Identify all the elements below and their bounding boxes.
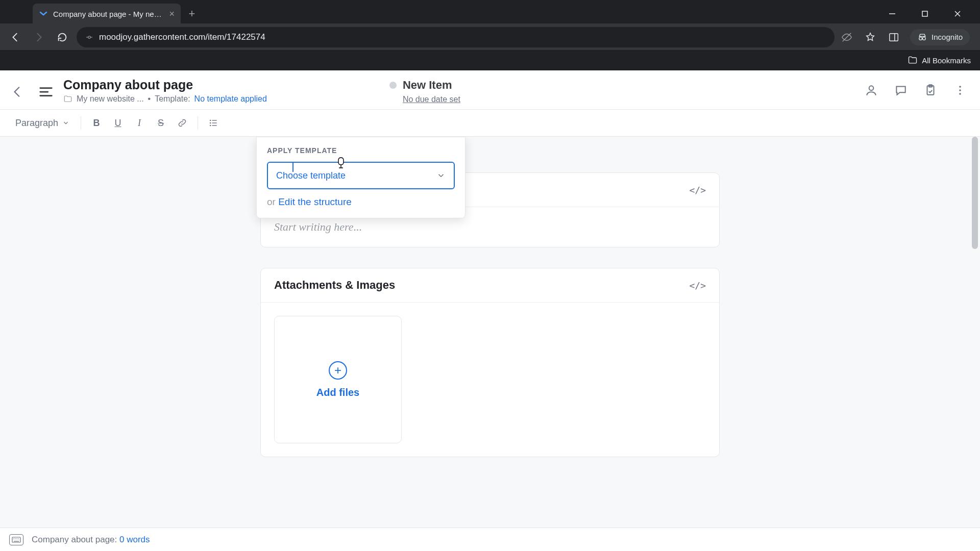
code-icon[interactable]: </> xyxy=(689,185,706,195)
statusbar-page-label: Company about page: xyxy=(32,535,117,544)
edit-structure-link[interactable]: Edit the structure xyxy=(278,196,352,207)
incognito-label: Incognito xyxy=(932,33,963,41)
due-date-link[interactable]: No due date set xyxy=(403,95,460,104)
assignees-button[interactable] xyxy=(864,83,879,98)
status-label: New Item xyxy=(403,79,452,92)
side-panel-icon[interactable] xyxy=(887,30,901,44)
window-minimize-button[interactable] xyxy=(882,6,902,22)
plus-circle-icon: + xyxy=(329,361,347,380)
bullet-list-button[interactable] xyxy=(204,114,223,132)
browser-tab[interactable]: Company about page - My new ... × xyxy=(33,4,181,24)
svg-point-20 xyxy=(959,93,961,95)
paragraph-style-dropdown[interactable]: Paragraph xyxy=(10,116,75,131)
site-info-icon[interactable] xyxy=(85,33,94,42)
template-label: Template: xyxy=(155,94,190,104)
scrollbar[interactable] xyxy=(972,137,979,528)
tab-close-icon[interactable]: × xyxy=(169,9,175,19)
bookmark-star-icon[interactable] xyxy=(863,30,877,44)
status-dot-icon xyxy=(389,82,397,89)
nav-forward-button[interactable] xyxy=(30,28,48,46)
or-text: or xyxy=(267,196,276,207)
svg-point-11 xyxy=(923,37,926,40)
attachments-card: Attachments & Images </> + Add files xyxy=(260,268,720,457)
svg-rect-1 xyxy=(922,11,927,16)
folder-icon xyxy=(63,94,72,104)
more-menu-button[interactable] xyxy=(952,83,968,98)
new-tab-button[interactable]: + xyxy=(184,6,200,22)
favicon-icon xyxy=(39,9,48,18)
attachments-card-title: Attachments & Images xyxy=(274,279,395,292)
window-maximize-button[interactable] xyxy=(915,6,935,22)
word-count: 0 words xyxy=(119,535,150,544)
window-close-button[interactable] xyxy=(947,6,968,22)
svg-point-4 xyxy=(88,36,91,38)
folder-icon xyxy=(908,55,918,65)
breadcrumb-project[interactable]: My new website ... xyxy=(77,94,144,104)
dropdown-label: Choose template xyxy=(276,170,346,181)
nav-back-button[interactable] xyxy=(6,28,24,46)
svg-point-31 xyxy=(16,538,17,539)
incognito-icon xyxy=(917,32,927,42)
app-back-button[interactable] xyxy=(6,81,29,103)
svg-point-18 xyxy=(959,86,961,88)
choose-template-dropdown[interactable]: Choose template xyxy=(267,162,455,189)
address-bar[interactable]: moodjoy.gathercontent.com/item/17422574 xyxy=(77,27,835,47)
url-text: moodjoy.gathercontent.com/item/17422574 xyxy=(99,32,265,42)
content-editor[interactable]: Start writing here... xyxy=(274,220,706,234)
svg-point-19 xyxy=(959,89,961,91)
svg-point-15 xyxy=(869,86,874,90)
clipboard-button[interactable] xyxy=(923,83,938,98)
svg-point-32 xyxy=(18,538,19,539)
chevron-down-icon xyxy=(62,119,69,127)
chevron-down-icon xyxy=(436,171,446,180)
template-link[interactable]: No template applied xyxy=(194,94,267,104)
breadcrumb: My new website ... • Template: No templa… xyxy=(63,94,267,104)
svg-point-25 xyxy=(210,125,211,127)
svg-point-10 xyxy=(919,37,922,40)
comments-button[interactable] xyxy=(893,83,909,98)
tab-title: Company about page - My new ... xyxy=(53,10,164,18)
popover-title: APPLY TEMPLATE xyxy=(267,146,455,155)
svg-rect-8 xyxy=(890,33,898,41)
incognito-badge: Incognito xyxy=(910,29,970,45)
editor-toolbar: Paragraph B U I S xyxy=(0,110,980,137)
paragraph-label: Paragraph xyxy=(15,118,58,129)
code-icon[interactable]: </> xyxy=(689,280,706,291)
page-title[interactable]: Company about page xyxy=(63,78,267,92)
nav-reload-button[interactable] xyxy=(53,28,71,46)
bold-button[interactable]: B xyxy=(87,114,106,132)
link-button[interactable] xyxy=(173,114,191,132)
underline-button[interactable]: U xyxy=(109,114,127,132)
strikethrough-button[interactable]: S xyxy=(152,114,170,132)
sidebar-toggle-button[interactable] xyxy=(35,81,57,103)
all-bookmarks-label: All Bookmarks xyxy=(922,56,971,65)
keyboard-icon[interactable] xyxy=(9,534,23,545)
add-files-label: Add files xyxy=(316,387,359,398)
eye-off-icon[interactable] xyxy=(840,30,854,44)
svg-point-23 xyxy=(210,122,211,124)
svg-point-29 xyxy=(13,538,14,539)
status-badge[interactable]: New Item xyxy=(389,79,452,92)
svg-point-21 xyxy=(210,120,211,121)
apply-template-popover: APPLY TEMPLATE Choose template or Edit t… xyxy=(256,137,465,218)
svg-point-30 xyxy=(15,538,16,539)
all-bookmarks-button[interactable]: All Bookmarks xyxy=(908,55,971,65)
status-bar: Company about page: 0 words xyxy=(0,528,980,551)
add-files-button[interactable]: + Add files xyxy=(274,316,402,443)
italic-button[interactable]: I xyxy=(130,114,149,132)
